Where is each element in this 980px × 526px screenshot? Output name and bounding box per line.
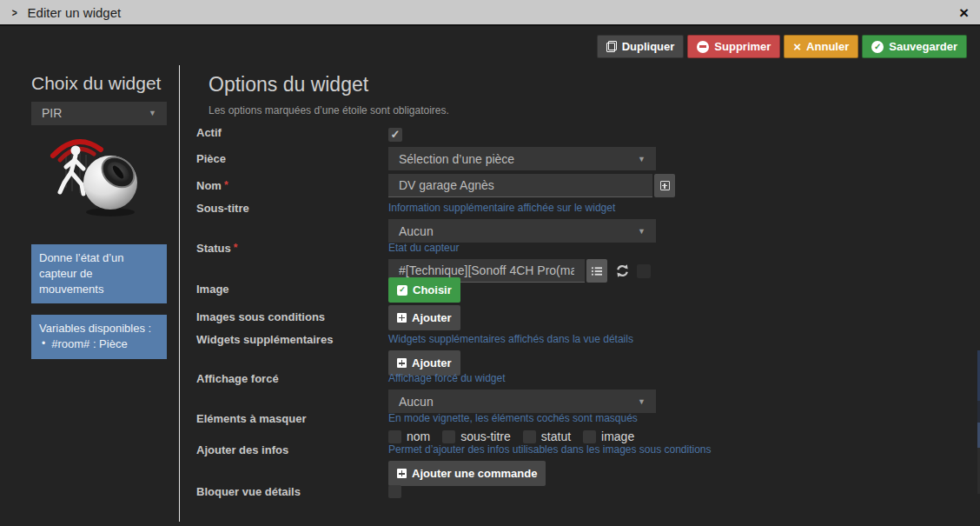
mask-checkbox-sous-titre[interactable] xyxy=(442,430,455,443)
affichage-force-select[interactable]: Aucun ▼ xyxy=(388,390,656,413)
status-checkbox[interactable] xyxy=(637,264,651,278)
affichage-force-select-value: Aucun xyxy=(399,395,434,409)
required-asterisk: * xyxy=(234,242,238,254)
variable-label: #room# : Pièce xyxy=(51,336,127,352)
choose-image-label: Choisir xyxy=(413,283,452,296)
add-image-condition-button[interactable]: Ajouter xyxy=(388,305,460,330)
piece-select[interactable]: Sélection d’une pièce ▼ xyxy=(388,147,656,170)
delete-button[interactable]: Supprimer xyxy=(687,35,780,58)
widget-description-box: Donne l’état d’un capteur de mouvements xyxy=(31,244,167,304)
sous-titre-select-value: Aucun xyxy=(399,224,434,238)
dialog-titlebar: > Editer un widget × xyxy=(0,0,980,26)
cancel-button[interactable]: × Annuler xyxy=(784,35,858,58)
mask-label-sous-titre: sous-titre xyxy=(460,429,511,443)
widget-choice-panel: Choix du widget PIR ▼ xyxy=(31,72,167,359)
widgets-supplementaires-label: Widgets supplémentaires xyxy=(196,333,388,376)
caret-down-icon: ▼ xyxy=(149,109,156,117)
bloquer-vue-label: Bloquer vue détails xyxy=(196,485,388,502)
required-asterisk: * xyxy=(224,179,228,191)
check-circle-icon: ✓ xyxy=(871,41,884,53)
mask-option-statut: statut xyxy=(523,429,571,443)
caret-down-icon: ▼ xyxy=(638,155,646,163)
cancel-label: Annuler xyxy=(806,40,849,53)
mask-label-image: image xyxy=(601,429,634,443)
list-icon xyxy=(592,266,602,276)
check-icon: ✓ xyxy=(391,129,401,140)
actif-checkbox[interactable]: ✓ xyxy=(388,128,402,142)
sous-titre-label: Sous-titre xyxy=(196,202,388,243)
save-label: Sauvegarder xyxy=(889,40,957,53)
variable-item: • #room# : Pièce xyxy=(39,336,159,352)
widgets-supplementaires-helper: Widgets supplémentaires affichés dans la… xyxy=(388,333,770,345)
chevron-right-icon: > xyxy=(12,6,17,19)
field-row-bloquer-vue: Bloquer vue détails xyxy=(196,485,770,502)
ajouter-infos-helper: Permet d’ajouter des infos utilisables d… xyxy=(388,443,770,456)
mask-option-nom: nom xyxy=(388,429,430,443)
copy-icon xyxy=(606,41,617,52)
vertical-divider xyxy=(179,65,180,522)
affichage-force-helper: Affichage forcé du widget xyxy=(388,372,770,384)
mask-checkbox-nom[interactable] xyxy=(388,430,401,443)
refresh-icon xyxy=(615,263,630,278)
field-row-affichage-force: Affichage forcé Affichage forcé du widge… xyxy=(196,372,770,413)
choose-image-button[interactable]: ✓ Choisir xyxy=(388,277,460,303)
sous-titre-select[interactable]: Aucun ▼ xyxy=(388,219,656,243)
options-subheading: Les options marquées d’une étoile sont o… xyxy=(209,104,449,117)
pir-sensor-image xyxy=(31,127,163,226)
add-command-button[interactable]: Ajouter une commande xyxy=(388,461,546,486)
widget-type-value: PIR xyxy=(42,106,62,120)
duplicate-button[interactable]: Dupliquer xyxy=(597,35,685,58)
sidebar-heading: Choix du widget xyxy=(31,72,167,95)
pir-widget-preview xyxy=(31,127,163,226)
options-heading: Options du widget xyxy=(209,73,449,97)
piece-label: Pièce xyxy=(196,147,388,170)
add-widget-label: Ajouter xyxy=(412,356,452,370)
close-icon[interactable]: × xyxy=(959,2,969,24)
field-row-ajouter-infos: Ajouter des infos Permet d’ajouter des i… xyxy=(196,443,770,486)
field-row-sous-titre: Sous-titre Information supplémentaire af… xyxy=(196,202,770,243)
plus-square-icon xyxy=(397,358,407,368)
plus-square-icon xyxy=(397,469,407,478)
toolbar: Dupliquer Supprimer × Annuler ✓ Sauvegar… xyxy=(597,35,967,58)
elements-masquer-helper: En mode vignette, les éléments cochés so… xyxy=(388,412,770,424)
status-helper: Etat du capteur xyxy=(388,242,770,254)
x-icon: × xyxy=(793,40,801,53)
add-image-condition-label: Ajouter xyxy=(412,311,452,324)
variables-box: Variables disponibles : • #room# : Pièce xyxy=(31,315,167,358)
field-row-image: Image ✓ Choisir xyxy=(196,277,770,303)
widget-type-select[interactable]: PIR ▼ xyxy=(31,102,167,125)
affichage-force-label: Affichage forcé xyxy=(196,372,388,413)
ajouter-infos-label: Ajouter des infos xyxy=(196,443,388,486)
nom-input[interactable] xyxy=(388,174,652,197)
add-command-label: Ajouter une commande xyxy=(412,467,537,480)
variables-title: Variables disponibles : xyxy=(39,321,159,336)
bloquer-vue-checkbox[interactable] xyxy=(388,485,401,498)
field-row-elements-masquer: Eléments à masquer En mode vignette, les… xyxy=(196,412,770,443)
widget-description-text: Donne l’état d’un capteur de mouvements xyxy=(39,251,124,296)
images-conditions-label: Images sous conditions xyxy=(196,305,388,330)
refresh-button[interactable] xyxy=(615,263,630,278)
field-row-widgets-supplementaires: Widgets supplémentaires Widgets suppléme… xyxy=(196,333,770,376)
edit-widget-dialog: > Editer un widget × Dupliquer Supprimer… xyxy=(0,0,980,526)
field-row-piece: Pièce Sélection d’une pièce ▼ xyxy=(196,147,770,170)
plus-square-icon xyxy=(660,181,670,190)
mask-label-nom: nom xyxy=(407,429,430,443)
piece-select-value: Sélection d’une pièce xyxy=(399,152,514,166)
mask-checkbox-statut[interactable] xyxy=(523,430,536,443)
caret-down-icon: ▼ xyxy=(638,227,646,236)
bullet-icon: • xyxy=(42,336,45,352)
mask-option-image: image xyxy=(583,429,634,443)
checkbox-icon: ✓ xyxy=(397,285,407,296)
field-row-nom: Nom* xyxy=(196,174,770,197)
nom-label: Nom* xyxy=(196,174,388,197)
mask-options: nom sous-titre statut image xyxy=(388,429,770,443)
actif-label: Actif xyxy=(196,126,388,142)
mask-label-statut: statut xyxy=(541,429,571,443)
nom-add-button[interactable] xyxy=(654,174,675,197)
sous-titre-helper: Information supplémentaire affichée sur … xyxy=(388,202,770,214)
elements-masquer-label: Eléments à masquer xyxy=(196,412,388,443)
caret-down-icon: ▼ xyxy=(638,397,646,406)
mask-checkbox-image[interactable] xyxy=(583,430,596,443)
save-button[interactable]: ✓ Sauvegarder xyxy=(862,35,967,58)
duplicate-label: Dupliquer xyxy=(622,40,675,53)
